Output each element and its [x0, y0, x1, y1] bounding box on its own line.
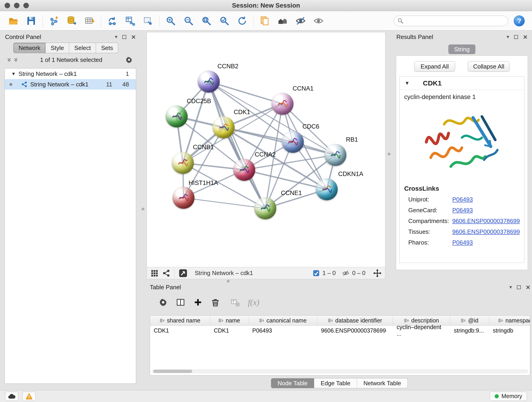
float-panel-icon[interactable]: ▾	[507, 34, 509, 40]
zoom-in-button[interactable]	[163, 13, 178, 28]
table-cell[interactable]: CDK1	[150, 326, 210, 335]
add-column-icon[interactable]	[193, 298, 203, 307]
selected-checkbox-icon[interactable]	[313, 270, 320, 277]
warnings-button[interactable]	[22, 392, 36, 401]
show-columns-icon[interactable]	[176, 298, 185, 307]
zoom-out-button[interactable]	[181, 13, 196, 28]
annotation-button[interactable]	[258, 13, 272, 28]
tab-style[interactable]: Style	[46, 43, 69, 53]
table-cell[interactable]: stringdb	[489, 326, 530, 335]
maximize-window-button[interactable]	[23, 3, 29, 8]
crosslink-link[interactable]: P06493	[452, 207, 473, 214]
cloud-status-button[interactable]	[5, 392, 18, 401]
network-node-CDK1[interactable]	[213, 116, 234, 138]
close-window-button[interactable]	[5, 3, 10, 8]
tab-node-table[interactable]: Node Table	[271, 378, 314, 388]
memory-button[interactable]: Memory	[490, 392, 527, 401]
import-table-button[interactable]	[82, 13, 97, 28]
close-panel-icon[interactable]: ×	[131, 33, 136, 41]
scrollbar-thumb[interactable]	[153, 370, 192, 373]
network-canvas[interactable]: CCNB2CCNA1CDC25BCDK1CDC6RB1CCNB1CCNA2CDK…	[147, 32, 385, 267]
bottom-splitter-handle[interactable]	[227, 280, 230, 283]
help-button[interactable]: ?	[514, 15, 525, 26]
protein-accordion-header[interactable]: ▼ CDK1	[399, 77, 524, 90]
minimize-window-button[interactable]	[14, 3, 19, 8]
column-header[interactable]: database identifier	[317, 316, 393, 325]
delete-column-trash-icon[interactable]	[211, 298, 220, 307]
network-node-CCNB2[interactable]	[198, 70, 220, 93]
import-network-database-button[interactable]	[64, 13, 79, 28]
table-cell[interactable]: stringdb:9...	[450, 326, 489, 335]
crosslink-link[interactable]: P06493	[452, 239, 473, 246]
network-node-CCNA2[interactable]	[233, 159, 255, 181]
left-splitter-handle[interactable]	[142, 208, 144, 211]
float-panel-icon[interactable]: ▾	[509, 284, 512, 290]
table-row[interactable]: CDK1 CDK1 P06493 9606.ENSP00000378699 cy…	[150, 326, 530, 335]
close-panel-icon[interactable]: ×	[523, 33, 527, 41]
network-node-RB1[interactable]	[324, 144, 346, 166]
network-node-CCNE1[interactable]	[254, 197, 276, 219]
column-header[interactable]: shared name	[150, 316, 210, 325]
tab-network[interactable]: Network	[13, 43, 46, 53]
share-network-icon[interactable]	[162, 269, 170, 277]
table-cell[interactable]: CDK1	[210, 326, 249, 335]
column-header[interactable]: namespace	[489, 316, 530, 325]
tab-edge-table[interactable]: Edge Table	[314, 378, 357, 388]
maximize-panel-icon[interactable]	[514, 35, 518, 39]
maximize-panel-icon[interactable]	[122, 35, 126, 39]
hidden-eye-icon[interactable]	[342, 269, 349, 277]
collapse-all-button[interactable]: Collapse All	[468, 61, 510, 72]
horizontal-scrollbar[interactable]	[152, 369, 528, 373]
crosslink-link[interactable]: P06493	[452, 196, 473, 203]
network-collection-row[interactable]: ▼ String Network – cdk1 1	[5, 69, 136, 79]
network-node-CDC25B[interactable]	[166, 105, 188, 128]
crosslink-link[interactable]: 9606.ENSP00000378699	[452, 217, 520, 225]
table-cell[interactable]: cyclin–dependent ...	[393, 326, 450, 335]
expand-all-button[interactable]: Expand All	[414, 61, 455, 72]
network-tree: ▼ String Network – cdk1 1 String Network…	[5, 68, 136, 384]
crosslink-link[interactable]: 9606.ENSP00000378699	[452, 228, 520, 235]
network-from-table-button[interactable]	[123, 13, 138, 28]
save-session-button[interactable]	[24, 13, 38, 28]
show-graphics-button[interactable]	[311, 13, 326, 28]
tab-sets[interactable]: Sets	[96, 43, 118, 53]
network-node-CDC6[interactable]	[282, 131, 304, 153]
pan-crosshair-icon[interactable]	[373, 269, 381, 277]
network-node-CCNA1[interactable]	[272, 93, 293, 115]
delete-table-icon[interactable]	[230, 298, 240, 307]
network-node-HIST1H1A[interactable]	[172, 187, 195, 209]
tab-select[interactable]: Select	[69, 43, 96, 53]
table-cell[interactable]: 9606.ENSP00000378699	[317, 326, 393, 335]
function-builder-button[interactable]: f(x)	[248, 298, 259, 307]
string-results-tab[interactable]: String	[448, 45, 475, 54]
network-row-selected[interactable]: String Network – cdk1 11 48	[5, 79, 136, 89]
clone-network-button[interactable]	[141, 13, 155, 28]
birdseye-view-icon[interactable]	[179, 269, 187, 278]
new-network-button[interactable]	[105, 13, 120, 28]
table-settings-gear-icon[interactable]	[158, 298, 168, 307]
column-header[interactable]: name	[210, 316, 249, 325]
float-panel-icon[interactable]: ▾	[115, 34, 117, 40]
grid-view-icon[interactable]	[151, 269, 158, 277]
column-header[interactable]: @id	[450, 316, 489, 325]
close-panel-icon[interactable]: ×	[526, 283, 530, 291]
zoom-fit-button[interactable]	[199, 13, 214, 28]
zoom-selected-button[interactable]	[217, 13, 232, 28]
open-session-button[interactable]	[6, 13, 21, 28]
import-network-file-button[interactable]	[46, 13, 61, 28]
collapse-all-networks-icon[interactable]: «	[12, 58, 19, 62]
network-node-CDKN1A[interactable]	[316, 178, 338, 200]
refresh-view-button[interactable]	[235, 13, 249, 28]
accordion-triangle-icon[interactable]: ▼	[405, 80, 410, 86]
gear-icon[interactable]	[125, 56, 133, 64]
network-node-CCNB1[interactable]	[172, 152, 194, 174]
tab-network-table[interactable]: Network Table	[357, 378, 408, 388]
network-navigator-button[interactable]	[275, 13, 290, 28]
column-header[interactable]: canonical name	[249, 316, 317, 325]
search-input[interactable]	[406, 17, 504, 24]
collapse-triangle-icon[interactable]: ▼	[11, 71, 16, 77]
table-cell[interactable]: P06493	[249, 326, 317, 335]
right-splitter-handle[interactable]	[388, 153, 390, 155]
maximize-panel-icon[interactable]	[517, 285, 521, 289]
hide-graphics-button[interactable]	[293, 13, 308, 28]
